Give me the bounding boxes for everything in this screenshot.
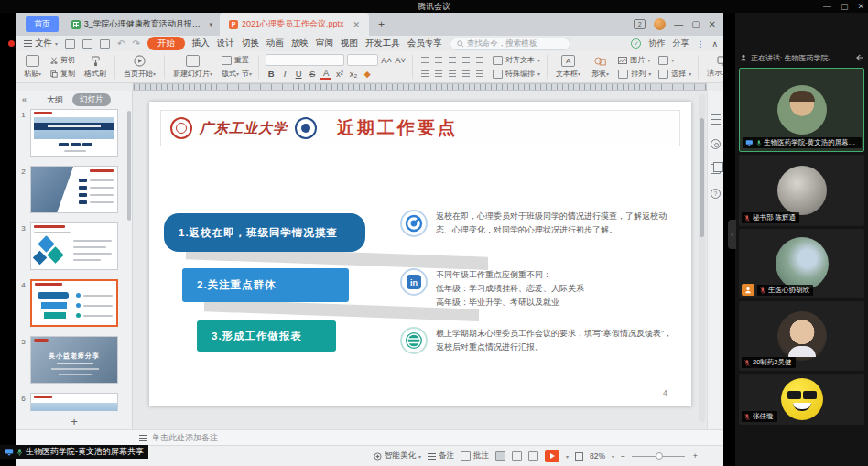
ribbon-tab-member[interactable]: 会员专享	[407, 38, 442, 49]
collapse-panel-icon[interactable]: «	[22, 95, 27, 104]
strikethrough-button[interactable]: S	[307, 69, 318, 79]
section-button[interactable]: 节▾	[242, 69, 252, 79]
distribute-icon[interactable]	[474, 69, 485, 79]
cut-button[interactable]: 剪切	[49, 54, 77, 67]
superscript-button[interactable]: x²	[334, 69, 345, 79]
zoom-level[interactable]: 82%	[590, 451, 605, 461]
wps-close-button[interactable]: ✕	[709, 19, 716, 29]
slide-sorter-view-button[interactable]	[512, 451, 522, 461]
collaborate-button[interactable]: 协作	[648, 38, 665, 49]
participant-tile[interactable]: 秘书部 陈辉通	[739, 155, 864, 226]
more-menu-icon[interactable]: ⋮	[696, 39, 704, 49]
reset-button[interactable]: 重置	[220, 54, 254, 67]
zoom-slider[interactable]	[632, 456, 685, 457]
align-left-icon[interactable]	[419, 69, 430, 79]
wps-minimize-button[interactable]: —	[674, 19, 683, 29]
smart-beautify-button[interactable]: 智能美化▾	[374, 450, 421, 461]
ribbon-tab-transition[interactable]: 切换	[242, 38, 259, 49]
slide-thumbnail[interactable]: 5 吴小益老师分享	[16, 336, 132, 384]
zoom-out-button[interactable]: −	[621, 451, 625, 461]
tab-slides[interactable]: 幻灯片	[72, 93, 111, 106]
minimize-button[interactable]: —	[823, 2, 831, 11]
window-panel-icon[interactable]	[711, 164, 721, 174]
picture-button[interactable]: 图片▾	[616, 54, 653, 67]
ribbon-tab-animation[interactable]: 动画	[266, 38, 284, 49]
cloud-sync-icon[interactable]: ✓	[631, 38, 641, 49]
share-button[interactable]: 分享	[672, 38, 689, 49]
current-slide[interactable]: 广东工业大学 近期工作要点 1.返校在即，班级同学情况摸查 2.关注重点群体 3…	[149, 102, 691, 406]
tab-outline[interactable]: 大纲	[47, 94, 63, 106]
ribbon-tab-insert[interactable]: 插入	[192, 38, 210, 49]
subscript-button[interactable]: x₂	[348, 69, 359, 79]
fit-slide-icon[interactable]	[575, 452, 583, 461]
window-switch-icon[interactable]: 2	[634, 19, 646, 29]
reading-view-button[interactable]	[528, 451, 538, 461]
gear-icon[interactable]	[711, 139, 721, 149]
shape-button[interactable]: 形状▾	[588, 53, 613, 81]
settings-sliders-icon[interactable]	[711, 114, 721, 125]
notes-toggle-button[interactable]: 备注	[428, 450, 454, 461]
font-size-select[interactable]	[347, 54, 378, 66]
ribbon-tab-review[interactable]: 审阅	[316, 38, 333, 49]
new-tab-button[interactable]: +	[378, 18, 385, 31]
highlight-button[interactable]: ◆	[362, 69, 373, 79]
collapse-ribbon-icon[interactable]: ∧	[711, 39, 718, 49]
zoom-in-button[interactable]: ＋	[691, 450, 700, 461]
slide-thumbnail[interactable]: 2	[16, 166, 132, 213]
tab-monthly-report[interactable]: 3_学院心理健康教育活动月报表(1) ▾	[64, 13, 220, 36]
format-painter-button[interactable]: 格式刷	[81, 53, 110, 81]
play-from-current-button[interactable]: 当页开始▾	[120, 53, 159, 81]
slide-thumbnail[interactable]: 1	[16, 109, 132, 157]
ribbon-tab-slideshow[interactable]: 放映	[291, 38, 309, 49]
align-center-icon[interactable]	[433, 69, 444, 79]
notes-bar[interactable]: 单击此处添加备注	[16, 429, 723, 445]
wps-restore-button[interactable]: ▢	[691, 19, 700, 29]
print-icon[interactable]	[82, 39, 92, 49]
participant-tile[interactable]: 20制药2吴健	[739, 301, 864, 371]
justify-icon[interactable]	[461, 69, 472, 79]
line-spacing-icon[interactable]	[474, 55, 485, 65]
normal-view-button[interactable]	[495, 451, 505, 461]
bullet-list-icon[interactable]	[419, 55, 430, 65]
collapse-panel-handle[interactable]: ›	[728, 220, 736, 249]
copy-button[interactable]: 复制	[49, 68, 77, 81]
special-arrange-button[interactable]: 特殊编排▾	[491, 68, 542, 81]
maximize-button[interactable]: ▢	[841, 2, 849, 11]
comments-button[interactable]: 批注	[461, 450, 489, 461]
decrease-font-button[interactable]: A˅	[395, 55, 406, 65]
print-preview-icon[interactable]	[100, 39, 110, 49]
ribbon-tab-design[interactable]: 设计	[217, 38, 234, 49]
bold-button[interactable]: B	[266, 69, 277, 79]
tab-ppt-active[interactable]: P 2021心理委员工作会议.pptx ✕	[220, 13, 369, 36]
add-slide-button[interactable]: +	[16, 417, 132, 429]
slide-thumbnail[interactable]: 6	[16, 393, 132, 411]
back-arrow-icon[interactable]	[855, 54, 863, 61]
canvas-scrollbar[interactable]	[699, 94, 705, 422]
ribbon-tab-devtools[interactable]: 开发工具	[365, 38, 400, 49]
close-tab-icon[interactable]: ✕	[353, 20, 361, 29]
underline-button[interactable]: U	[293, 69, 304, 79]
ribbon-tab-view[interactable]: 视图	[341, 38, 358, 49]
file-menu[interactable]: 文件 ▾	[24, 38, 58, 49]
account-avatar[interactable]	[654, 18, 666, 30]
participant-tile[interactable]: 生医心协胡欣	[739, 229, 864, 298]
participant-tile[interactable]: 生物医药学院-黄文浩的屏幕共享	[739, 68, 864, 152]
font-name-select[interactable]	[266, 54, 344, 66]
slide-thumbnail[interactable]: 3	[16, 222, 132, 270]
increase-indent-icon[interactable]	[461, 55, 472, 65]
close-button[interactable]: ✕	[857, 2, 864, 11]
undo-icon[interactable]: ↶	[117, 38, 125, 49]
align-text-button[interactable]: 对齐文本▾	[491, 54, 542, 67]
new-slide-button[interactable]: 新建幻灯片▾	[169, 53, 216, 81]
increase-font-button[interactable]: A˄	[381, 55, 392, 65]
ribbon-tab-start[interactable]: 开始	[147, 37, 185, 50]
numbered-list-icon[interactable]	[433, 55, 444, 65]
presenter-tools-button[interactable]: 演示工具▾	[703, 53, 723, 81]
slide-thumbnail-selected[interactable]: 4	[16, 279, 132, 327]
select-button[interactable]: 选择▾	[656, 68, 693, 81]
italic-button[interactable]: I	[279, 69, 290, 79]
home-tab-button[interactable]: 首页	[26, 16, 59, 32]
help-icon[interactable]: ?	[711, 189, 721, 199]
participant-tile[interactable]: 张佳璇	[739, 374, 864, 425]
command-search-input[interactable]: 查找命令，搜索模板	[450, 38, 570, 50]
